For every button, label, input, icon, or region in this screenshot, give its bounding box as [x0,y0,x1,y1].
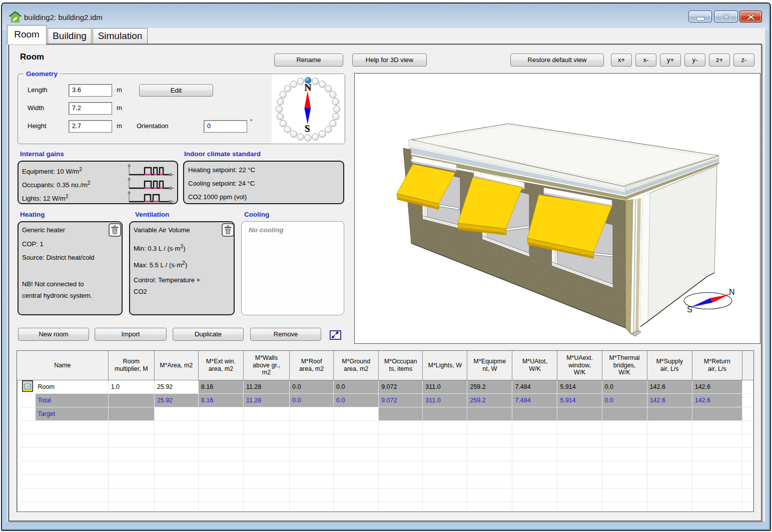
svg-text:N: N [304,82,311,93]
svg-text:S: S [687,305,692,314]
svg-text:S: S [305,123,310,134]
svg-text:N: N [729,288,735,296]
